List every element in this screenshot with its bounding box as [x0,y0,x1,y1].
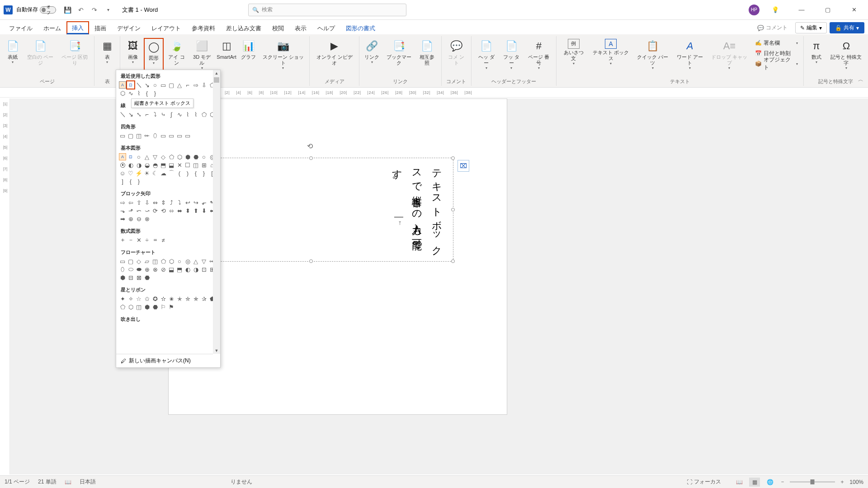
comment-insert-button[interactable]: 💬コメ ント [444,38,468,74]
redo-icon[interactable]: ↷ [89,4,100,16]
icons-button[interactable]: 🍃アイ コン [165,38,189,74]
share-button[interactable]: 🔓共有 ▾ [830,22,864,33]
tab-review[interactable]: 校閲 [267,22,289,34]
undo-icon[interactable]: ↶ [75,4,87,16]
vertical-ruler[interactable]: |1||2||3||4||5||6||7||8||9| [1,99,10,474]
zoom-percent[interactable]: 100% [849,479,863,485]
tab-shape-format[interactable]: 図形の書式 [340,22,381,34]
shape-textbox-h[interactable]: A [119,81,126,89]
header-button[interactable]: 📄ヘッ ダー▾ [474,38,498,74]
rotate-handle-icon[interactable]: ⟲ [307,142,315,150]
resize-handle-n[interactable] [309,156,313,160]
autosave-label: 自動保存 [16,6,38,14]
shape-arrow-r[interactable]: ⇨ [192,81,199,89]
zoom-slider[interactable] [790,481,835,483]
page-break-button[interactable]: 📑ページ 区切り [58,38,91,74]
cross-ref-button[interactable]: 📄相互参照 [416,38,439,74]
tab-design[interactable]: デザイン [112,22,146,34]
ribbon-collapse-button[interactable]: ︿ [858,76,863,84]
greeting-button[interactable]: 例あいさつ 文▾ [559,38,588,74]
equation-button[interactable]: π数式▾ [807,38,826,74]
shape-brace-l[interactable]: { [143,89,151,97]
print-layout-button[interactable]: ▦ [749,478,760,487]
shape-brace-r[interactable]: } [151,89,159,97]
3d-models-button[interactable]: ⬜3D モデル▾ [189,38,215,74]
qat-customize-icon[interactable]: ▾ [102,4,114,16]
resize-handle-e[interactable] [451,208,455,211]
scroll-down-icon[interactable]: ▼ [213,347,220,354]
shape-hexagon[interactable]: ⬡ [119,89,126,97]
tab-help[interactable]: ヘルプ [312,22,340,34]
shape-curve[interactable]: ∿ [127,89,134,97]
wordart-button[interactable]: Aワード アート▾ [673,38,707,74]
language-indicator[interactable]: 日本語 [80,478,96,486]
read-mode-button[interactable]: 📖 [734,478,745,487]
shape-rect[interactable]: ▭ [160,81,167,89]
link-button[interactable]: 🔗リンク▾ [362,38,382,74]
shape-corner[interactable]: ⌐ [184,81,191,89]
autosave-toggle[interactable]: オフ [40,6,56,14]
tab-home[interactable]: ホーム [38,22,66,34]
shape-line[interactable]: ＼ [135,81,142,89]
spell-check-icon[interactable]: 📖 [65,479,71,485]
pictures-button[interactable]: 🖼画像▾ [123,38,143,74]
close-button[interactable]: ✕ [844,3,864,17]
zoom-out-button[interactable]: － [780,478,785,486]
textbox-content[interactable]: テキストボックスで縦書きの入力も可能です。 [387,163,447,261]
focus-mode-button[interactable]: ⛶ フォーカス [687,478,721,486]
page-number-button[interactable]: #ページ 番号▾ [524,38,553,74]
shape-freeform[interactable]: ⌇ [135,89,142,97]
shape-line2[interactable]: ＼ [119,111,126,118]
tab-file[interactable]: ファイル [4,22,38,34]
screenshot-button[interactable]: 📷スクリーン ショット▾ [259,38,307,74]
chart-button[interactable]: 📊グラフ [239,38,259,74]
smartart-button[interactable]: ◫SmartArt [215,38,237,74]
minimize-button[interactable]: ― [791,3,812,17]
tab-references[interactable]: 参考資料 [186,22,221,34]
tab-view[interactable]: 表示 [289,22,312,34]
table-button[interactable]: ▦表▾ [97,38,117,74]
resize-handle-se[interactable] [451,259,455,263]
textbox-button[interactable]: Aテキスト ボックス▾ [589,38,632,74]
new-canvas-button[interactable]: 🖊 新しい描画キャンバス(N) [116,354,213,367]
drop-cap-button[interactable]: A≡ドロップ キャップ▾ [708,38,751,74]
shapes-scrollbar[interactable]: ▲ ▼ [213,70,220,354]
search-input[interactable]: 🔍 検索 [248,4,406,16]
edit-mode-button[interactable]: ✎編集 ▾ [795,22,827,33]
resize-handle-ne[interactable] [451,156,455,160]
quick-parts-button[interactable]: 📋クイック パーツ▾ [633,38,672,74]
tab-layout[interactable]: レイアウト [146,22,186,34]
comment-button[interactable]: 💬コメント [752,22,793,33]
resize-handle-s[interactable] [309,259,313,263]
cover-page-button[interactable]: 📄表紙▾ [3,38,23,74]
signature-button[interactable]: ✍署名欄▾ [752,38,801,48]
accessibility-status[interactable]: りません [231,478,252,486]
tab-draw[interactable]: 描画 [89,22,112,34]
user-avatar[interactable]: HP [749,5,760,15]
scrollbar-thumb[interactable] [214,77,219,83]
word-count[interactable]: 21 単語 [38,478,57,486]
zoom-in-button[interactable]: ＋ [840,478,845,486]
blank-page-button[interactable]: 📄空白の ページ [24,38,57,74]
scroll-up-icon[interactable]: ▲ [213,70,220,76]
web-layout-button[interactable]: 🌐 [764,478,775,487]
shape-oval[interactable]: ○ [151,81,159,89]
object-button[interactable]: 📦オブジェクト▾ [752,59,801,69]
layout-options-button[interactable]: ⌧ [458,160,469,172]
maximize-button[interactable]: ▢ [817,3,838,17]
save-icon[interactable]: 💾 [61,4,73,16]
shape-arrow-line[interactable]: ↘ [143,81,151,89]
tab-insert[interactable]: 挿入 [66,21,89,34]
shape-arrow-d[interactable]: ⇩ [200,81,208,89]
shapes-button[interactable]: ◯図形▾ [144,38,164,74]
tab-mailings[interactable]: 差し込み文書 [221,22,267,34]
shape-rounded-rect[interactable]: ▢ [168,81,175,89]
shape-triangle[interactable]: △ [176,81,183,89]
bookmark-button[interactable]: 📑ブックマーク [383,38,415,74]
symbol-button[interactable]: Ω記号と 特殊文字▾ [827,38,865,74]
help-tips-icon[interactable]: 💡 [765,3,786,17]
page-indicator[interactable]: 1/1 ページ [5,478,30,486]
footer-button[interactable]: 📄フッ ター▾ [499,38,523,74]
online-video-button[interactable]: ▶オンライ ンビデオ [312,38,356,74]
shape-textbox-v[interactable]: ⊡ [127,81,134,89]
